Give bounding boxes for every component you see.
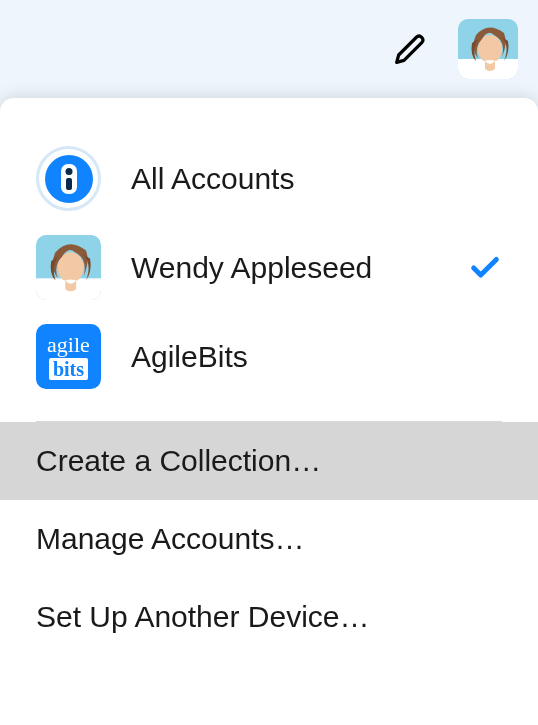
- account-menu-panel: All Accounts Wendy Appleseed agile bits …: [0, 98, 538, 725]
- account-label: All Accounts: [131, 162, 502, 196]
- menu-setup-device[interactable]: Set Up Another Device…: [0, 578, 538, 656]
- pencil-icon: [394, 33, 426, 65]
- account-row-all[interactable]: All Accounts: [0, 134, 538, 223]
- menu-create-collection[interactable]: Create a Collection…: [0, 422, 538, 500]
- menu-manage-accounts[interactable]: Manage Accounts…: [0, 500, 538, 578]
- agilebits-icon: agile bits: [36, 324, 101, 389]
- profile-avatar[interactable]: [458, 19, 518, 79]
- topbar: [0, 0, 538, 98]
- onepassword-icon: [36, 146, 101, 211]
- account-label: AgileBits: [131, 340, 502, 374]
- checkmark-icon: [468, 251, 502, 285]
- edit-button[interactable]: [390, 29, 430, 69]
- avatar-wendy-icon: [458, 19, 518, 79]
- account-row-agilebits[interactable]: agile bits AgileBits: [0, 312, 538, 401]
- account-row-wendy[interactable]: Wendy Appleseed: [0, 223, 538, 312]
- avatar-wendy-icon: [36, 235, 101, 300]
- account-label: Wendy Appleseed: [131, 251, 438, 285]
